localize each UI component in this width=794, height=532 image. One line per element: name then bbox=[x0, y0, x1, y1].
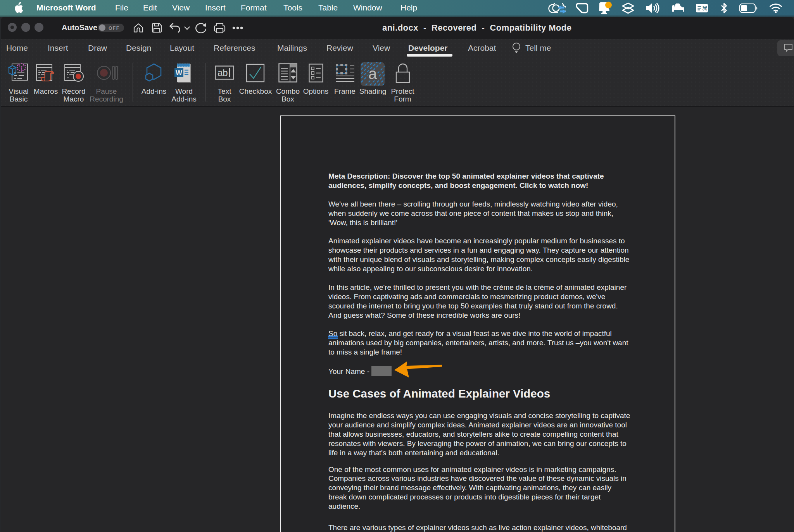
svg-text:⌘: ⌘ bbox=[702, 5, 708, 12]
svg-text:W: W bbox=[176, 69, 182, 77]
svg-text:ab: ab bbox=[217, 67, 228, 78]
svg-text:a: a bbox=[368, 65, 377, 82]
